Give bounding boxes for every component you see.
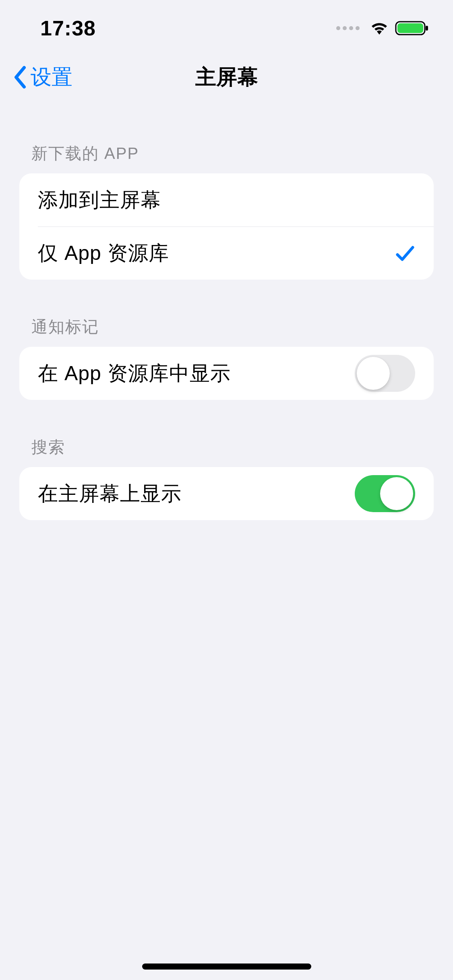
group-badges: 在 App 资源库中显示	[19, 347, 434, 400]
svg-rect-2	[426, 26, 428, 31]
checkmark-icon	[395, 243, 415, 264]
status-bar: 17:38	[0, 0, 453, 56]
section-header-search: 搜索	[19, 400, 434, 467]
toggle-knob	[357, 357, 390, 390]
toggle-show-on-home[interactable]	[355, 475, 415, 512]
section-header-new-apps: 新下载的 APP	[19, 98, 434, 173]
svg-rect-1	[397, 23, 423, 33]
home-indicator[interactable]	[142, 964, 311, 970]
option-app-library-only[interactable]: 仅 App 资源库	[38, 226, 434, 280]
group-search: 在主屏幕上显示	[19, 467, 434, 520]
cellular-dots-icon	[336, 26, 360, 30]
option-label: 添加到主屏幕	[38, 187, 161, 214]
back-label: 设置	[31, 63, 72, 91]
option-add-to-home[interactable]: 添加到主屏幕	[19, 173, 434, 226]
status-indicators	[336, 20, 429, 36]
battery-icon	[395, 20, 429, 36]
row-label: 在 App 资源库中显示	[38, 360, 231, 387]
section-header-badges: 通知标记	[19, 280, 434, 347]
chevron-left-icon	[12, 65, 28, 89]
option-label: 仅 App 资源库	[38, 240, 169, 267]
status-time: 17:38	[40, 16, 96, 40]
group-new-apps: 添加到主屏幕 仅 App 资源库	[19, 173, 434, 280]
wifi-icon	[369, 20, 389, 36]
toggle-knob	[380, 477, 413, 510]
row-show-on-home: 在主屏幕上显示	[19, 467, 434, 520]
toggle-show-in-app-library[interactable]	[355, 355, 415, 392]
row-label: 在主屏幕上显示	[38, 480, 182, 507]
navigation-bar: 设置 主屏幕	[0, 56, 453, 98]
row-show-in-app-library: 在 App 资源库中显示	[19, 347, 434, 400]
back-button[interactable]: 设置	[12, 63, 72, 91]
page-title: 主屏幕	[195, 63, 258, 91]
